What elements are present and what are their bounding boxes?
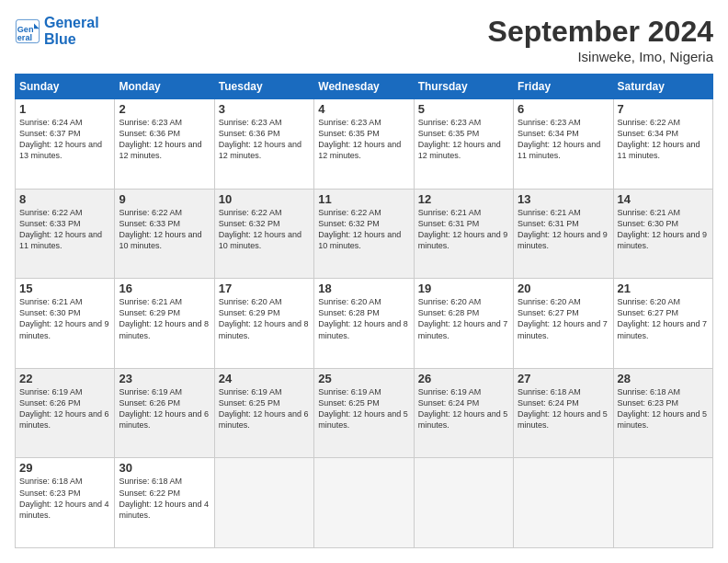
- calendar-day-cell: 16 Sunrise: 6:21 AM Sunset: 6:29 PM Dayl…: [115, 279, 214, 369]
- day-info: Sunrise: 6:23 AM Sunset: 6:35 PM Dayligh…: [418, 117, 509, 162]
- logo: Gen eral General Blue: [15, 15, 99, 48]
- day-number: 6: [518, 102, 609, 116]
- day-number: 26: [418, 372, 509, 385]
- calendar-day-cell: 30 Sunrise: 6:18 AM Sunset: 6:22 PM Dayl…: [115, 458, 214, 548]
- calendar-header-monday: Monday: [115, 75, 214, 99]
- logo-text: General Blue: [44, 15, 99, 48]
- day-number: 20: [518, 282, 609, 295]
- day-info: Sunrise: 6:23 AM Sunset: 6:36 PM Dayligh…: [219, 117, 310, 162]
- calendar-header-friday: Friday: [514, 75, 613, 99]
- calendar-day-cell: 1 Sunrise: 6:24 AM Sunset: 6:37 PM Dayli…: [16, 99, 115, 190]
- calendar-day-cell: 3 Sunrise: 6:23 AM Sunset: 6:36 PM Dayli…: [214, 99, 313, 190]
- day-number: 1: [19, 102, 110, 116]
- day-info: Sunrise: 6:21 AM Sunset: 6:31 PM Dayligh…: [418, 207, 509, 252]
- day-number: 21: [618, 282, 709, 295]
- calendar-day-cell: 8 Sunrise: 6:22 AM Sunset: 6:33 PM Dayli…: [16, 189, 115, 279]
- calendar-header-saturday: Saturday: [613, 75, 712, 99]
- calendar-day-cell: 11 Sunrise: 6:22 AM Sunset: 6:32 PM Dayl…: [314, 189, 414, 279]
- day-info: Sunrise: 6:20 AM Sunset: 6:27 PM Dayligh…: [618, 296, 709, 341]
- calendar-day-cell: 27 Sunrise: 6:18 AM Sunset: 6:24 PM Dayl…: [514, 368, 613, 458]
- day-info: Sunrise: 6:23 AM Sunset: 6:36 PM Dayligh…: [119, 117, 210, 162]
- day-info: Sunrise: 6:22 AM Sunset: 6:34 PM Dayligh…: [618, 117, 709, 162]
- page: Gen eral General Blue September 2024 Isi…: [0, 0, 728, 563]
- day-info: Sunrise: 6:23 AM Sunset: 6:34 PM Dayligh…: [518, 117, 609, 162]
- header: Gen eral General Blue September 2024 Isi…: [15, 15, 713, 64]
- calendar-header-sunday: Sunday: [16, 75, 115, 99]
- day-number: 10: [219, 192, 310, 206]
- calendar-header-tuesday: Tuesday: [214, 75, 313, 99]
- calendar-week-row: 1 Sunrise: 6:24 AM Sunset: 6:37 PM Dayli…: [16, 99, 713, 190]
- calendar-day-cell: [514, 458, 613, 548]
- day-number: 19: [418, 282, 509, 295]
- day-info: Sunrise: 6:18 AM Sunset: 6:23 PM Dayligh…: [618, 386, 709, 431]
- calendar-week-row: 22 Sunrise: 6:19 AM Sunset: 6:26 PM Dayl…: [16, 368, 713, 458]
- calendar-table: SundayMondayTuesdayWednesdayThursdayFrid…: [15, 74, 713, 548]
- day-info: Sunrise: 6:22 AM Sunset: 6:32 PM Dayligh…: [219, 207, 310, 252]
- day-info: Sunrise: 6:22 AM Sunset: 6:33 PM Dayligh…: [119, 207, 210, 252]
- day-info: Sunrise: 6:22 AM Sunset: 6:32 PM Dayligh…: [318, 207, 409, 252]
- day-info: Sunrise: 6:21 AM Sunset: 6:30 PM Dayligh…: [19, 296, 110, 341]
- calendar-day-cell: [214, 458, 313, 548]
- calendar-day-cell: [613, 458, 712, 548]
- calendar-day-cell: 2 Sunrise: 6:23 AM Sunset: 6:36 PM Dayli…: [115, 99, 214, 190]
- calendar-day-cell: 28 Sunrise: 6:18 AM Sunset: 6:23 PM Dayl…: [613, 368, 712, 458]
- day-info: Sunrise: 6:19 AM Sunset: 6:24 PM Dayligh…: [418, 386, 509, 431]
- calendar-day-cell: 23 Sunrise: 6:19 AM Sunset: 6:26 PM Dayl…: [115, 368, 214, 458]
- calendar-week-row: 15 Sunrise: 6:21 AM Sunset: 6:30 PM Dayl…: [16, 279, 713, 369]
- day-number: 18: [318, 282, 409, 295]
- day-number: 5: [418, 102, 509, 116]
- day-info: Sunrise: 6:19 AM Sunset: 6:26 PM Dayligh…: [19, 386, 110, 431]
- day-info: Sunrise: 6:19 AM Sunset: 6:26 PM Dayligh…: [119, 386, 210, 431]
- calendar-day-cell: [314, 458, 414, 548]
- calendar-day-cell: 13 Sunrise: 6:21 AM Sunset: 6:31 PM Dayl…: [514, 189, 613, 279]
- day-info: Sunrise: 6:21 AM Sunset: 6:30 PM Dayligh…: [618, 207, 709, 252]
- calendar-day-cell: 20 Sunrise: 6:20 AM Sunset: 6:27 PM Dayl…: [514, 279, 613, 369]
- calendar-day-cell: 4 Sunrise: 6:23 AM Sunset: 6:35 PM Dayli…: [314, 99, 414, 190]
- calendar-week-row: 8 Sunrise: 6:22 AM Sunset: 6:33 PM Dayli…: [16, 189, 713, 279]
- day-number: 12: [418, 192, 509, 206]
- calendar-day-cell: 7 Sunrise: 6:22 AM Sunset: 6:34 PM Dayli…: [613, 99, 712, 190]
- day-number: 4: [318, 102, 409, 116]
- day-info: Sunrise: 6:24 AM Sunset: 6:37 PM Dayligh…: [19, 117, 110, 162]
- title-block: September 2024 Isinweke, Imo, Nigeria: [488, 15, 713, 64]
- calendar-day-cell: 9 Sunrise: 6:22 AM Sunset: 6:33 PM Dayli…: [115, 189, 214, 279]
- day-number: 30: [119, 461, 210, 475]
- month-title: September 2024: [488, 15, 713, 49]
- calendar-day-cell: 25 Sunrise: 6:19 AM Sunset: 6:25 PM Dayl…: [314, 368, 414, 458]
- calendar-day-cell: 10 Sunrise: 6:22 AM Sunset: 6:32 PM Dayl…: [214, 189, 313, 279]
- calendar-day-cell: 19 Sunrise: 6:20 AM Sunset: 6:28 PM Dayl…: [414, 279, 513, 369]
- day-number: 22: [19, 372, 110, 385]
- calendar-day-cell: 12 Sunrise: 6:21 AM Sunset: 6:31 PM Dayl…: [414, 189, 513, 279]
- calendar-day-cell: 24 Sunrise: 6:19 AM Sunset: 6:25 PM Dayl…: [214, 368, 313, 458]
- calendar-day-cell: 26 Sunrise: 6:19 AM Sunset: 6:24 PM Dayl…: [414, 368, 513, 458]
- calendar-header-thursday: Thursday: [414, 75, 513, 99]
- day-number: 8: [19, 192, 110, 206]
- calendar-day-cell: 5 Sunrise: 6:23 AM Sunset: 6:35 PM Dayli…: [414, 99, 513, 190]
- day-number: 3: [219, 102, 310, 116]
- day-number: 24: [219, 372, 310, 385]
- day-number: 28: [618, 372, 709, 385]
- day-info: Sunrise: 6:18 AM Sunset: 6:24 PM Dayligh…: [518, 386, 609, 431]
- day-info: Sunrise: 6:18 AM Sunset: 6:23 PM Dayligh…: [19, 476, 110, 521]
- calendar-day-cell: 29 Sunrise: 6:18 AM Sunset: 6:23 PM Dayl…: [16, 458, 115, 548]
- calendar-day-cell: 6 Sunrise: 6:23 AM Sunset: 6:34 PM Dayli…: [514, 99, 613, 190]
- day-info: Sunrise: 6:19 AM Sunset: 6:25 PM Dayligh…: [219, 386, 310, 431]
- day-info: Sunrise: 6:20 AM Sunset: 6:28 PM Dayligh…: [418, 296, 509, 341]
- day-info: Sunrise: 6:20 AM Sunset: 6:28 PM Dayligh…: [318, 296, 409, 341]
- calendar-header-row: SundayMondayTuesdayWednesdayThursdayFrid…: [16, 75, 713, 99]
- day-number: 7: [618, 102, 709, 116]
- logo-icon: Gen eral: [15, 18, 40, 44]
- day-number: 16: [119, 282, 210, 295]
- day-number: 23: [119, 372, 210, 385]
- day-info: Sunrise: 6:20 AM Sunset: 6:29 PM Dayligh…: [219, 296, 310, 341]
- day-number: 14: [618, 192, 709, 206]
- day-number: 9: [119, 192, 210, 206]
- location-title: Isinweke, Imo, Nigeria: [488, 49, 713, 64]
- day-info: Sunrise: 6:18 AM Sunset: 6:22 PM Dayligh…: [119, 476, 210, 521]
- calendar-day-cell: 21 Sunrise: 6:20 AM Sunset: 6:27 PM Dayl…: [613, 279, 712, 369]
- day-number: 11: [318, 192, 409, 206]
- day-info: Sunrise: 6:21 AM Sunset: 6:29 PM Dayligh…: [119, 296, 210, 341]
- calendar-week-row: 29 Sunrise: 6:18 AM Sunset: 6:23 PM Dayl…: [16, 458, 713, 548]
- day-info: Sunrise: 6:21 AM Sunset: 6:31 PM Dayligh…: [518, 207, 609, 252]
- day-info: Sunrise: 6:22 AM Sunset: 6:33 PM Dayligh…: [19, 207, 110, 252]
